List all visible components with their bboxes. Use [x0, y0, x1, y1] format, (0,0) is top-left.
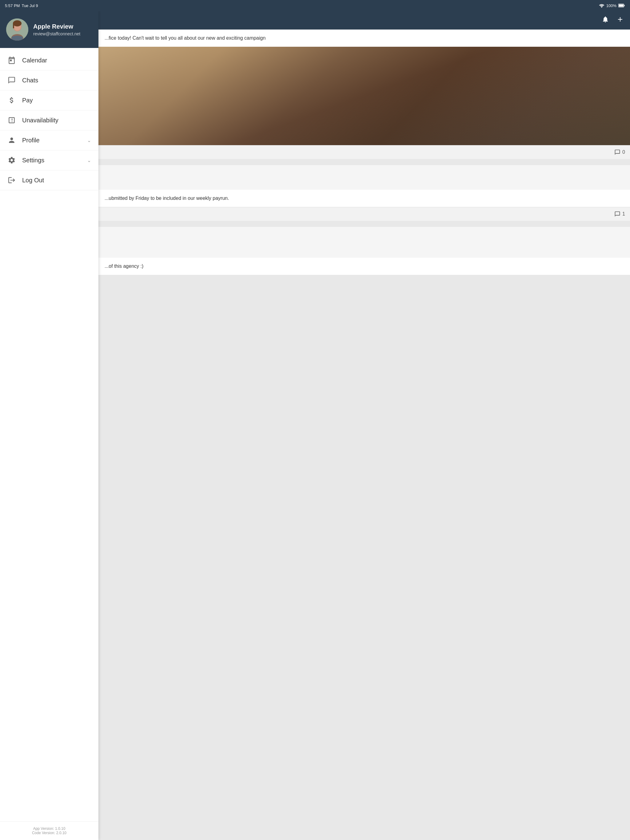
- status-bar: 5:57 PM Tue Jul 9 100%: [0, 0, 630, 11]
- sidebar-item-calendar[interactable]: Calendar: [0, 51, 98, 70]
- pay-label: Pay: [22, 97, 91, 104]
- unavailability-label: Unavailability: [22, 117, 91, 124]
- post1-footer: 0: [98, 145, 630, 159]
- battery-display: 100%: [606, 3, 616, 8]
- feed-card-post2: ...ubmitted by Friday to be included in …: [98, 165, 630, 221]
- sidebar: Apple Review review@staffconnect.net Cal…: [0, 11, 98, 840]
- svg-rect-1: [619, 5, 624, 7]
- sidebar-footer: App Version: 1.0.10 Code Version: 2.0.10: [0, 821, 98, 840]
- top-bar: [98, 11, 630, 30]
- sidebar-header: Apple Review review@staffconnect.net: [0, 11, 98, 48]
- chat-icon: [7, 76, 16, 85]
- app-version: App Version: 1.0.10: [5, 826, 93, 831]
- card-spacer-2: [98, 224, 630, 227]
- post1-count: 0: [622, 149, 625, 155]
- post1-image: [98, 47, 630, 145]
- unavailability-icon: [7, 116, 16, 125]
- person-icon: [7, 136, 16, 145]
- date-display: Tue Jul 9: [22, 3, 38, 8]
- battery-icon: [618, 4, 625, 7]
- profile-label: Profile: [22, 137, 81, 144]
- post2-footer: 1: [98, 207, 630, 221]
- logout-icon: [7, 176, 16, 185]
- feed-card-post3: ...of this agency :): [98, 227, 630, 275]
- settings-label: Settings: [22, 157, 81, 164]
- wifi-icon: [599, 3, 605, 8]
- sidebar-item-settings[interactable]: Settings ⌄: [0, 150, 98, 171]
- comment-icon-post2: [614, 211, 621, 217]
- feed-card-post1: ...fice today! Can't wait to tell you al…: [98, 30, 630, 159]
- app-container: Apple Review review@staffconnect.net Cal…: [0, 11, 630, 840]
- logout-label: Log Out: [22, 177, 91, 184]
- post3-header-area: [98, 227, 630, 257]
- comment-icon-post1: [614, 149, 621, 155]
- post2-header-area: [98, 165, 630, 190]
- nav-list: Calendar Chats Pay Unav: [0, 48, 98, 821]
- avatar: [6, 19, 28, 41]
- notification-button[interactable]: [602, 16, 609, 25]
- post2-comment-count: 1: [614, 211, 625, 217]
- content-scroll[interactable]: ...fice today! Can't wait to tell you al…: [98, 30, 630, 840]
- settings-chevron-icon: ⌄: [87, 158, 91, 163]
- post2-count: 1: [622, 211, 625, 217]
- user-email: review@staffconnect.net: [33, 32, 80, 36]
- calendar-icon: [7, 56, 16, 65]
- user-name: Apple Review: [33, 23, 80, 30]
- sidebar-item-chats[interactable]: Chats: [0, 70, 98, 90]
- post1-comment-count: 0: [614, 149, 625, 155]
- svg-point-5: [13, 20, 22, 27]
- profile-chevron-icon: ⌄: [87, 137, 91, 143]
- chats-label: Chats: [22, 77, 91, 84]
- post1-text: ...fice today! Can't wait to tell you al…: [98, 30, 630, 47]
- sidebar-item-logout[interactable]: Log Out: [0, 171, 98, 190]
- time-display: 5:57 PM: [5, 3, 20, 8]
- calendar-label: Calendar: [22, 57, 91, 64]
- svg-rect-6: [13, 24, 14, 28]
- sidebar-item-pay[interactable]: Pay: [0, 90, 98, 111]
- sidebar-item-profile[interactable]: Profile ⌄: [0, 130, 98, 150]
- gear-icon: [7, 156, 16, 164]
- sidebar-item-unavailability[interactable]: Unavailability: [0, 111, 98, 130]
- card-spacer-1: [98, 162, 630, 165]
- dollar-icon: [7, 96, 16, 104]
- post2-text: ...ubmitted by Friday to be included in …: [98, 190, 630, 207]
- code-version: Code Version: 2.0.10: [5, 831, 93, 835]
- main-content: ...fice today! Can't wait to tell you al…: [98, 11, 630, 840]
- add-button[interactable]: [616, 16, 624, 25]
- status-bar-right: 100%: [599, 3, 625, 8]
- status-bar-left: 5:57 PM Tue Jul 9: [5, 3, 38, 8]
- user-info: Apple Review review@staffconnect.net: [33, 23, 80, 36]
- post3-text: ...of this agency :): [98, 257, 630, 275]
